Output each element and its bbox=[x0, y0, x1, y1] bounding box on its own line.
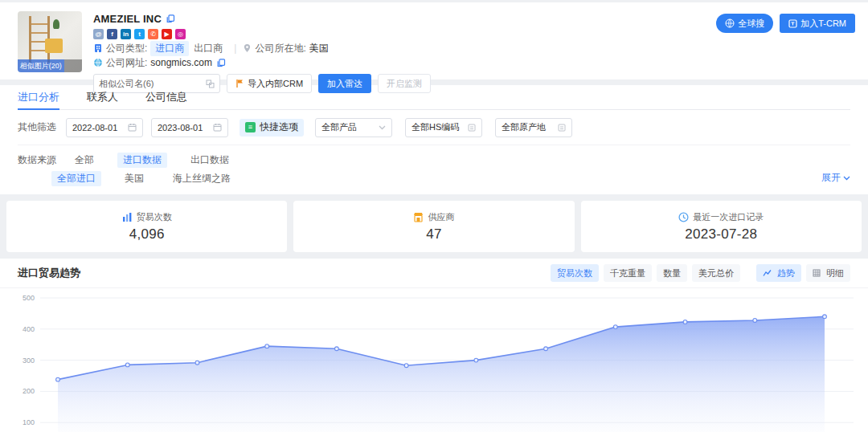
import-trend-card: 进口贸易趋势 贸易次数千克重量数量美元总价 趋势 明细 010020030040… bbox=[0, 259, 868, 432]
quick-option-icon: ≡ bbox=[245, 122, 256, 132]
similar-expand-icon[interactable] bbox=[206, 79, 215, 88]
data-source-maritime-silk-road[interactable]: 海上丝绸之路 bbox=[167, 171, 236, 186]
facebook-icon[interactable]: f bbox=[107, 29, 117, 39]
product-select[interactable]: 全部产品 bbox=[315, 118, 392, 137]
stat-label: 最近一次进口记录 bbox=[693, 211, 764, 223]
quick-options-button[interactable]: ≡ 快捷选项 bbox=[240, 119, 304, 137]
other-filters-label: 其他筛选 bbox=[18, 120, 56, 134]
company-header: 相似图片(20) AMEZIEL INC @fint✆▶◎ 公司类型: 进口商 … bbox=[0, 2, 868, 79]
header-actions: 全球搜 加入T-CRM bbox=[710, 14, 855, 33]
youtube-icon[interactable]: ▶ bbox=[162, 29, 172, 39]
thumbnail-corner-badge bbox=[64, 59, 82, 72]
building-icon bbox=[93, 43, 103, 53]
twitter-icon[interactable]: t bbox=[134, 29, 145, 39]
data-source-import-data[interactable]: 进口数据 bbox=[117, 153, 167, 168]
tcrm-icon bbox=[788, 19, 797, 28]
data-source-secondary: 全部进口美国海上丝绸之路 bbox=[51, 171, 254, 186]
data-source-primary: 全部进口数据出口数据 bbox=[69, 153, 252, 168]
data-source-label: 数据来源 bbox=[18, 153, 56, 167]
flag-icon bbox=[235, 79, 244, 88]
thumbnail-art-box bbox=[45, 39, 63, 53]
svg-text:200: 200 bbox=[23, 387, 35, 395]
location-label: 公司所在地: bbox=[255, 42, 305, 55]
area-chart: 01002003004005002022-082022-092022-10202… bbox=[0, 288, 868, 432]
stat-value: 4,096 bbox=[129, 226, 165, 242]
supplier-icon bbox=[413, 212, 424, 222]
view-button-detail[interactable]: 明细 bbox=[806, 264, 850, 282]
company-type-exporter[interactable]: 出口商 bbox=[189, 41, 227, 56]
line-chart-icon bbox=[763, 269, 772, 277]
data-source-block: 数据来源 全部进口数据出口数据 全部进口美国海上丝绸之路 展开 bbox=[18, 145, 850, 194]
stat-label: 供应商 bbox=[428, 211, 454, 223]
similar-images-badge[interactable]: 相似图片(20) bbox=[18, 59, 64, 72]
import-crm-button[interactable]: 导入内部CRM bbox=[227, 74, 312, 93]
list-icon bbox=[468, 124, 476, 132]
metric-button-trade-count[interactable]: 贸易次数 bbox=[551, 264, 599, 282]
add-radar-button[interactable]: 加入雷达 bbox=[318, 74, 371, 93]
svg-text:300: 300 bbox=[23, 357, 35, 365]
trend-chart: 01002003004005002022-082022-092022-10202… bbox=[0, 288, 868, 432]
location-value: 美国 bbox=[309, 42, 329, 55]
copy-icon[interactable] bbox=[217, 59, 226, 67]
expand-link[interactable]: 展开 bbox=[821, 171, 850, 185]
separator: | bbox=[234, 43, 236, 54]
stat-card-suppliers: 供应商 47 bbox=[293, 201, 574, 252]
stat-label: 贸易次数 bbox=[137, 211, 172, 223]
thumbnail-art-plant bbox=[53, 19, 59, 29]
filter-row: 其他筛选 2022-08-01 2023-08-01 ≡ 快捷选项 全部产品 全… bbox=[18, 110, 850, 145]
data-source-all[interactable]: 全部 bbox=[69, 153, 100, 168]
metric-button-kg-weight[interactable]: 千克重量 bbox=[604, 264, 652, 282]
bar-chart-icon bbox=[122, 212, 133, 222]
linkedin-icon[interactable]: in bbox=[121, 29, 131, 39]
page: 相似图片(20) AMEZIEL INC @fint✆▶◎ 公司类型: 进口商 … bbox=[0, 2, 868, 432]
phone-icon[interactable]: ✆ bbox=[148, 29, 158, 39]
stat-value: 2023-07-28 bbox=[685, 226, 757, 242]
chart-title: 进口贸易趋势 bbox=[18, 266, 80, 280]
location-icon bbox=[243, 43, 252, 53]
globe-icon bbox=[93, 58, 103, 67]
start-monitor-button[interactable]: 开启监测 bbox=[378, 74, 431, 93]
metric-button-usd-total[interactable]: 美元总价 bbox=[692, 264, 740, 282]
join-tcrm-button[interactable]: 加入T-CRM bbox=[780, 14, 855, 33]
data-source-usa[interactable]: 美国 bbox=[119, 171, 149, 186]
instagram-icon[interactable]: ◎ bbox=[175, 29, 186, 39]
stat-card-trade-count: 贸易次数 4,096 bbox=[6, 201, 287, 252]
website-link[interactable]: songmics.com bbox=[150, 57, 212, 68]
company-type-importer[interactable]: 进口商 bbox=[150, 41, 189, 56]
tab-import-analysis[interactable]: 进口分析 bbox=[18, 85, 59, 109]
chevron-down-icon bbox=[843, 176, 850, 181]
company-name: AMEZIEL INC bbox=[93, 13, 162, 25]
chart-toolbar: 贸易次数千克重量数量美元总价 趋势 明细 bbox=[546, 264, 850, 282]
svg-text:400: 400 bbox=[23, 325, 35, 333]
globe-icon bbox=[725, 18, 735, 28]
view-button-trend[interactable]: 趋势 bbox=[756, 264, 801, 282]
tab-company-info[interactable]: 公司信息 bbox=[145, 85, 187, 109]
tab-contacts[interactable]: 联系人 bbox=[87, 85, 118, 109]
svg-text:500: 500 bbox=[23, 294, 35, 302]
copy-icon[interactable] bbox=[166, 14, 175, 23]
clock-icon bbox=[678, 212, 689, 222]
svg-text:100: 100 bbox=[23, 418, 35, 426]
list-icon bbox=[558, 124, 566, 132]
stat-value: 47 bbox=[426, 226, 442, 242]
stat-card-last-import: 最近一次进口记录 2023-07-28 bbox=[581, 201, 862, 252]
metric-button-group: 贸易次数千克重量数量美元总价 bbox=[546, 264, 740, 282]
table-icon bbox=[813, 269, 821, 277]
analysis-panel: 进口分析联系人公司信息 其他筛选 2022-08-01 2023-08-01 ≡… bbox=[0, 85, 868, 194]
date-from-input[interactable]: 2022-08-01 bbox=[66, 118, 143, 137]
global-search-button[interactable]: 全球搜 bbox=[716, 14, 773, 33]
date-to-input[interactable]: 2023-08-01 bbox=[151, 118, 228, 137]
chevron-down-icon bbox=[379, 125, 386, 130]
data-source-export-data[interactable]: 出口数据 bbox=[185, 153, 235, 168]
website-icon[interactable]: @ bbox=[93, 29, 104, 39]
metric-button-quantity[interactable]: 数量 bbox=[657, 264, 687, 282]
hs-code-select[interactable]: 全部HS编码 bbox=[405, 118, 482, 137]
website-label: 公司网址: bbox=[106, 56, 147, 70]
origin-select[interactable]: 全部原产地 bbox=[495, 118, 572, 137]
calendar-icon bbox=[128, 123, 137, 132]
company-thumbnail[interactable]: 相似图片(20) bbox=[18, 11, 82, 72]
view-button-group: 趋势 明细 bbox=[751, 264, 850, 282]
data-source-all-import[interactable]: 全部进口 bbox=[51, 171, 101, 186]
company-type-label: 公司类型: bbox=[106, 42, 147, 55]
stat-cards: 贸易次数 4,096 供应商 47 最近一次进口记录 2023-07-28 bbox=[6, 201, 862, 252]
